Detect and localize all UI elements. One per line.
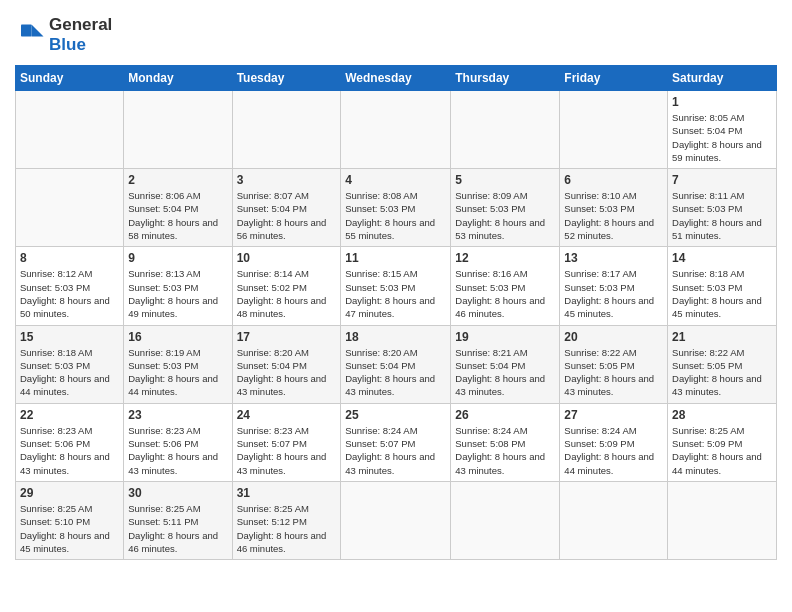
- day-info: Sunrise: 8:25 AMSunset: 5:09 PMDaylight:…: [672, 424, 772, 477]
- day-header-monday: Monday: [124, 66, 232, 91]
- calendar-day-7: 7Sunrise: 8:11 AMSunset: 5:03 PMDaylight…: [668, 169, 777, 247]
- day-header-friday: Friday: [560, 66, 668, 91]
- calendar-day-13: 13Sunrise: 8:17 AMSunset: 5:03 PMDayligh…: [560, 247, 668, 325]
- day-number: 14: [672, 251, 772, 265]
- empty-cell: [451, 481, 560, 559]
- calendar-week-2: 2Sunrise: 8:06 AMSunset: 5:04 PMDaylight…: [16, 169, 777, 247]
- day-info: Sunrise: 8:10 AMSunset: 5:03 PMDaylight:…: [564, 189, 663, 242]
- day-number: 5: [455, 173, 555, 187]
- logo-blue-text: Blue: [49, 35, 86, 54]
- page-header: General Blue: [15, 15, 777, 55]
- calendar-day-6: 6Sunrise: 8:10 AMSunset: 5:03 PMDaylight…: [560, 169, 668, 247]
- day-info: Sunrise: 8:22 AMSunset: 5:05 PMDaylight:…: [564, 346, 663, 399]
- day-number: 18: [345, 330, 446, 344]
- calendar-day-18: 18Sunrise: 8:20 AMSunset: 5:04 PMDayligh…: [341, 325, 451, 403]
- day-number: 31: [237, 486, 337, 500]
- day-info: Sunrise: 8:17 AMSunset: 5:03 PMDaylight:…: [564, 267, 663, 320]
- calendar-day-30: 30Sunrise: 8:25 AMSunset: 5:11 PMDayligh…: [124, 481, 232, 559]
- empty-cell: [232, 91, 341, 169]
- day-info: Sunrise: 8:25 AMSunset: 5:11 PMDaylight:…: [128, 502, 227, 555]
- day-number: 24: [237, 408, 337, 422]
- day-info: Sunrise: 8:08 AMSunset: 5:03 PMDaylight:…: [345, 189, 446, 242]
- empty-cell: [668, 481, 777, 559]
- svg-rect-1: [21, 25, 32, 37]
- day-number: 30: [128, 486, 227, 500]
- day-info: Sunrise: 8:18 AMSunset: 5:03 PMDaylight:…: [672, 267, 772, 320]
- day-info: Sunrise: 8:16 AMSunset: 5:03 PMDaylight:…: [455, 267, 555, 320]
- day-info: Sunrise: 8:05 AMSunset: 5:04 PMDaylight:…: [672, 111, 772, 164]
- calendar-week-5: 22Sunrise: 8:23 AMSunset: 5:06 PMDayligh…: [16, 403, 777, 481]
- day-number: 4: [345, 173, 446, 187]
- day-info: Sunrise: 8:20 AMSunset: 5:04 PMDaylight:…: [237, 346, 337, 399]
- day-number: 13: [564, 251, 663, 265]
- empty-cell: [16, 169, 124, 247]
- day-number: 19: [455, 330, 555, 344]
- calendar-day-28: 28Sunrise: 8:25 AMSunset: 5:09 PMDayligh…: [668, 403, 777, 481]
- calendar-day-26: 26Sunrise: 8:24 AMSunset: 5:08 PMDayligh…: [451, 403, 560, 481]
- calendar-day-22: 22Sunrise: 8:23 AMSunset: 5:06 PMDayligh…: [16, 403, 124, 481]
- day-header-saturday: Saturday: [668, 66, 777, 91]
- calendar-day-25: 25Sunrise: 8:24 AMSunset: 5:07 PMDayligh…: [341, 403, 451, 481]
- day-number: 6: [564, 173, 663, 187]
- calendar-week-4: 15Sunrise: 8:18 AMSunset: 5:03 PMDayligh…: [16, 325, 777, 403]
- day-info: Sunrise: 8:15 AMSunset: 5:03 PMDaylight:…: [345, 267, 446, 320]
- day-info: Sunrise: 8:12 AMSunset: 5:03 PMDaylight:…: [20, 267, 119, 320]
- calendar-day-20: 20Sunrise: 8:22 AMSunset: 5:05 PMDayligh…: [560, 325, 668, 403]
- calendar-day-19: 19Sunrise: 8:21 AMSunset: 5:04 PMDayligh…: [451, 325, 560, 403]
- day-info: Sunrise: 8:24 AMSunset: 5:08 PMDaylight:…: [455, 424, 555, 477]
- empty-cell: [560, 91, 668, 169]
- calendar-day-1: 1Sunrise: 8:05 AMSunset: 5:04 PMDaylight…: [668, 91, 777, 169]
- empty-cell: [560, 481, 668, 559]
- day-number: 17: [237, 330, 337, 344]
- logo: General Blue: [15, 15, 112, 55]
- calendar-day-23: 23Sunrise: 8:23 AMSunset: 5:06 PMDayligh…: [124, 403, 232, 481]
- logo-icon: [15, 20, 45, 50]
- day-info: Sunrise: 8:14 AMSunset: 5:02 PMDaylight:…: [237, 267, 337, 320]
- calendar-day-21: 21Sunrise: 8:22 AMSunset: 5:05 PMDayligh…: [668, 325, 777, 403]
- day-number: 29: [20, 486, 119, 500]
- day-number: 27: [564, 408, 663, 422]
- day-info: Sunrise: 8:20 AMSunset: 5:04 PMDaylight:…: [345, 346, 446, 399]
- empty-cell: [451, 91, 560, 169]
- empty-cell: [124, 91, 232, 169]
- calendar-day-9: 9Sunrise: 8:13 AMSunset: 5:03 PMDaylight…: [124, 247, 232, 325]
- day-number: 7: [672, 173, 772, 187]
- calendar-week-1: 1Sunrise: 8:05 AMSunset: 5:04 PMDaylight…: [16, 91, 777, 169]
- calendar-week-3: 8Sunrise: 8:12 AMSunset: 5:03 PMDaylight…: [16, 247, 777, 325]
- calendar-day-31: 31Sunrise: 8:25 AMSunset: 5:12 PMDayligh…: [232, 481, 341, 559]
- calendar-day-10: 10Sunrise: 8:14 AMSunset: 5:02 PMDayligh…: [232, 247, 341, 325]
- day-info: Sunrise: 8:23 AMSunset: 5:06 PMDaylight:…: [20, 424, 119, 477]
- logo-wordmark: General Blue: [49, 15, 112, 55]
- day-number: 26: [455, 408, 555, 422]
- day-info: Sunrise: 8:21 AMSunset: 5:04 PMDaylight:…: [455, 346, 555, 399]
- calendar-day-8: 8Sunrise: 8:12 AMSunset: 5:03 PMDaylight…: [16, 247, 124, 325]
- day-number: 21: [672, 330, 772, 344]
- day-number: 10: [237, 251, 337, 265]
- logo-general-text: General: [49, 15, 112, 34]
- day-number: 16: [128, 330, 227, 344]
- day-number: 12: [455, 251, 555, 265]
- calendar-day-15: 15Sunrise: 8:18 AMSunset: 5:03 PMDayligh…: [16, 325, 124, 403]
- day-info: Sunrise: 8:09 AMSunset: 5:03 PMDaylight:…: [455, 189, 555, 242]
- day-header-sunday: Sunday: [16, 66, 124, 91]
- calendar-day-16: 16Sunrise: 8:19 AMSunset: 5:03 PMDayligh…: [124, 325, 232, 403]
- day-number: 25: [345, 408, 446, 422]
- day-info: Sunrise: 8:13 AMSunset: 5:03 PMDaylight:…: [128, 267, 227, 320]
- day-number: 2: [128, 173, 227, 187]
- day-number: 15: [20, 330, 119, 344]
- day-info: Sunrise: 8:07 AMSunset: 5:04 PMDaylight:…: [237, 189, 337, 242]
- day-info: Sunrise: 8:25 AMSunset: 5:12 PMDaylight:…: [237, 502, 337, 555]
- calendar-header-row: SundayMondayTuesdayWednesdayThursdayFrid…: [16, 66, 777, 91]
- day-number: 3: [237, 173, 337, 187]
- calendar-week-6: 29Sunrise: 8:25 AMSunset: 5:10 PMDayligh…: [16, 481, 777, 559]
- day-number: 20: [564, 330, 663, 344]
- day-info: Sunrise: 8:19 AMSunset: 5:03 PMDaylight:…: [128, 346, 227, 399]
- day-number: 9: [128, 251, 227, 265]
- calendar-day-11: 11Sunrise: 8:15 AMSunset: 5:03 PMDayligh…: [341, 247, 451, 325]
- day-number: 22: [20, 408, 119, 422]
- svg-marker-0: [32, 25, 44, 37]
- calendar-day-14: 14Sunrise: 8:18 AMSunset: 5:03 PMDayligh…: [668, 247, 777, 325]
- calendar-day-29: 29Sunrise: 8:25 AMSunset: 5:10 PMDayligh…: [16, 481, 124, 559]
- day-header-wednesday: Wednesday: [341, 66, 451, 91]
- day-number: 11: [345, 251, 446, 265]
